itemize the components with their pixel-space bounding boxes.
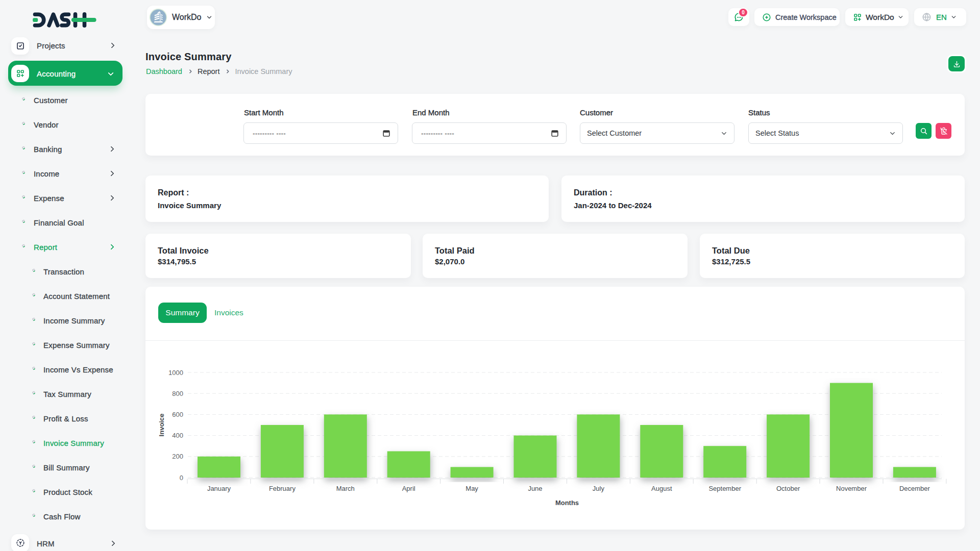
svg-text:200: 200 [172,453,183,460]
svg-text:September: September [708,485,741,492]
svg-text:Invoice: Invoice [158,414,165,437]
svg-text:Months: Months [555,499,579,507]
svg-text:January: January [207,485,231,492]
svg-text:February: February [269,485,296,492]
svg-text:April: April [402,485,415,492]
svg-text:November: November [836,485,867,492]
svg-text:August: August [651,485,672,492]
svg-text:400: 400 [172,432,183,439]
svg-text:July: July [593,485,605,492]
svg-text:600: 600 [172,411,183,418]
svg-text:October: October [776,485,800,492]
svg-text:800: 800 [172,390,183,397]
svg-text:June: June [528,485,542,492]
svg-text:March: March [336,485,355,492]
svg-text:December: December [899,485,930,492]
svg-text:0: 0 [180,474,183,482]
svg-text:May: May [465,485,478,492]
svg-text:1000: 1000 [168,369,183,377]
